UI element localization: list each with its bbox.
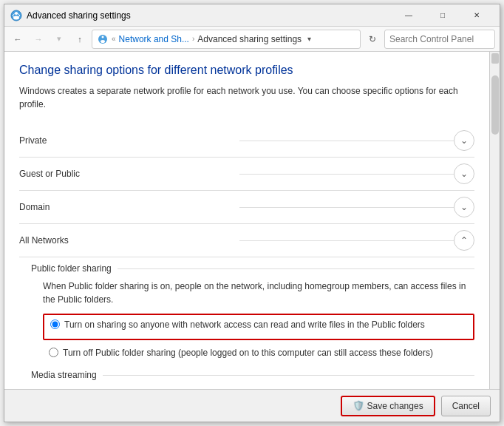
- main-content: Change sharing options for different net…: [4, 52, 489, 389]
- private-expand-btn[interactable]: ⌄: [454, 130, 474, 151]
- save-button[interactable]: 🛡️ Save changes: [341, 396, 435, 416]
- radio-option1-label: Turn on sharing so anyone with network a…: [64, 318, 425, 331]
- search-input[interactable]: [385, 34, 504, 44]
- main-window: Advanced sharing settings — □ ✕ ← → ▾ ↑ …: [4, 4, 500, 422]
- window-controls: — □ ✕: [392, 4, 494, 27]
- radio-option1-input[interactable]: [50, 320, 60, 329]
- private-section[interactable]: Private ⌄: [19, 124, 474, 158]
- cancel-button[interactable]: Cancel: [441, 396, 491, 416]
- private-label: Private: [19, 135, 234, 146]
- public-folder-section: Public folder sharing When Public folder…: [31, 257, 474, 359]
- window-title: Advanced sharing settings: [27, 10, 392, 21]
- up-button[interactable]: ↑: [71, 30, 89, 48]
- search-box: 🔍: [384, 30, 495, 49]
- content-area: Change sharing options for different net…: [4, 52, 500, 389]
- scroll-up-arrow[interactable]: [491, 53, 499, 64]
- guest-expand-btn[interactable]: ⌄: [454, 163, 474, 184]
- breadcrumb-arrow: ›: [192, 35, 194, 43]
- save-shield-icon: 🛡️: [353, 400, 364, 411]
- domain-expand-btn[interactable]: ⌄: [454, 197, 474, 217]
- breadcrumb-network[interactable]: Network and Sh...: [119, 34, 189, 44]
- allnetworks-expand-btn[interactable]: ⌃: [454, 230, 474, 251]
- maximize-button[interactable]: □: [426, 4, 460, 27]
- private-line: [239, 141, 454, 141]
- domain-section[interactable]: Domain ⌄: [19, 191, 474, 224]
- allnetworks-label: All Networks: [19, 235, 234, 246]
- dropdown-button[interactable]: ▾: [50, 30, 68, 48]
- breadcrumb: « Network and Sh... › Advanced sharing s…: [92, 30, 361, 49]
- guest-line: [239, 174, 454, 175]
- domain-label: Domain: [19, 202, 234, 212]
- svg-point-4: [102, 36, 104, 38]
- radio-option2-input[interactable]: [49, 348, 58, 357]
- media-streaming-header: Media streaming: [31, 370, 474, 380]
- public-folder-title: Public folder sharing: [31, 263, 112, 274]
- guest-section[interactable]: Guest or Public ⌄: [19, 158, 474, 191]
- public-folder-desc: When Public folder sharing is on, people…: [43, 280, 474, 306]
- allnetworks-section[interactable]: All Networks ⌃: [19, 224, 474, 257]
- scrollbar-thumb[interactable]: [491, 75, 499, 135]
- breadcrumb-dropdown[interactable]: ▾: [307, 35, 311, 43]
- window-icon: [10, 10, 22, 21]
- radio-option1-container: Turn on sharing so anyone with network a…: [43, 314, 474, 340]
- radio-option2-label: Turn off Public folder sharing (people l…: [63, 346, 433, 359]
- title-bar: Advanced sharing settings — □ ✕: [4, 4, 500, 27]
- network-icon: [97, 33, 109, 45]
- allnetworks-line: [239, 240, 454, 241]
- breadcrumb-current: Advanced sharing settings: [197, 34, 302, 44]
- media-streaming-line: [103, 375, 474, 376]
- domain-line: [239, 207, 454, 208]
- close-button[interactable]: ✕: [460, 4, 494, 27]
- radio-option2: Turn off Public folder sharing (people l…: [49, 346, 474, 359]
- media-streaming-section: Media streaming When media streaming is …: [31, 370, 474, 389]
- radio-option1: Turn on sharing so anyone with network a…: [50, 318, 467, 331]
- page-description: Windows creates a separate network profi…: [19, 84, 474, 111]
- forward-button[interactable]: →: [30, 30, 47, 48]
- page-title: Change sharing options for different net…: [19, 64, 474, 77]
- public-folder-header: Public folder sharing: [31, 263, 474, 274]
- address-bar: ← → ▾ ↑ « Network and Sh... › Advanced s…: [4, 27, 500, 52]
- breadcrumb-sep1: «: [112, 35, 116, 43]
- refresh-button[interactable]: ↻: [364, 30, 381, 48]
- save-label: Save changes: [367, 401, 423, 411]
- back-button[interactable]: ←: [9, 30, 27, 48]
- minimize-button[interactable]: —: [392, 4, 426, 27]
- scrollbar[interactable]: [489, 52, 500, 389]
- public-folder-line: [118, 268, 474, 269]
- media-streaming-title: Media streaming: [31, 370, 97, 380]
- svg-point-5: [101, 40, 105, 43]
- guest-label: Guest or Public: [19, 169, 234, 179]
- footer: 🛡️ Save changes Cancel: [4, 389, 500, 422]
